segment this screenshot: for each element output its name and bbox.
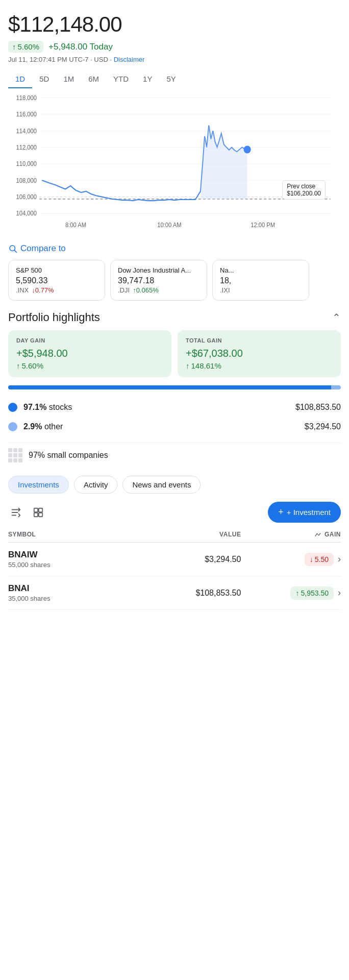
- compare-card-name: Dow Jones Industrial A...: [118, 266, 200, 274]
- portfolio-title: Portfolio highlights: [8, 311, 100, 324]
- sort-button[interactable]: [8, 505, 23, 520]
- total-gain-label: TOTAL GAIN: [186, 337, 333, 344]
- row-value: $3,294.50: [141, 555, 241, 564]
- svg-text:118,000: 118,000: [16, 95, 37, 101]
- tab-activity[interactable]: Activity: [74, 476, 118, 494]
- row-symbol: BNAIW: [8, 550, 141, 560]
- alloc-bar-other: [331, 385, 341, 389]
- compare-card-change: ↑0.065%: [133, 286, 159, 294]
- arrow-up-icon: ↑: [12, 42, 16, 51]
- gain-arrow: ↓: [310, 555, 313, 564]
- gain-badge: ↓ 5.50: [305, 553, 334, 566]
- compare-card-nasdaq[interactable]: Na... 18, .IXI: [212, 260, 309, 301]
- alloc-row-stocks[interactable]: 97.1% stocks $108,853.50: [8, 398, 341, 417]
- tab-1d[interactable]: 1D: [8, 70, 32, 88]
- other-label: 2.9% other: [23, 422, 63, 431]
- other-value: $3,294.50: [305, 422, 341, 431]
- stocks-value: $108,853.50: [295, 403, 341, 412]
- svg-text:114,000: 114,000: [16, 128, 37, 134]
- tab-ytd[interactable]: YTD: [106, 70, 136, 88]
- svg-rect-30: [39, 512, 42, 516]
- compare-card-name: Na...: [220, 266, 302, 274]
- svg-text:108,000: 108,000: [16, 177, 37, 183]
- alloc-bar-stocks: [8, 385, 331, 389]
- compare-to-button[interactable]: Compare to: [8, 243, 341, 254]
- compare-label-text: Compare to: [20, 243, 66, 254]
- gain-value: 5.50: [315, 555, 329, 564]
- prev-close-label: Prev close $106,200.00: [282, 180, 326, 200]
- allocation-rows: 97.1% stocks $108,853.50 2.9% other $3,2…: [8, 398, 341, 436]
- svg-text:106,000: 106,000: [16, 194, 37, 200]
- tab-1y[interactable]: 1Y: [136, 70, 159, 88]
- pct-change-badge: ↑ 5.60%: [8, 41, 43, 53]
- tab-1m[interactable]: 1M: [56, 70, 81, 88]
- svg-text:8:00 AM: 8:00 AM: [65, 222, 86, 228]
- price-chart[interactable]: 118,000 116,000 114,000 112,000 110,000 …: [8, 92, 341, 235]
- tab-5d[interactable]: 5D: [32, 70, 56, 88]
- svg-rect-27: [34, 508, 38, 511]
- small-companies-row[interactable]: 97% small companies: [8, 443, 341, 468]
- compare-card-name: S&P 500: [16, 266, 97, 274]
- svg-text:104,000: 104,000: [16, 210, 37, 216]
- total-gain-pct: ↑ 148.61%: [186, 361, 333, 370]
- day-gain-pct: ↑ 5.60%: [16, 361, 163, 370]
- compare-card-value: 5,590.33: [16, 276, 97, 285]
- sort-icon: [10, 507, 21, 518]
- compare-section: Compare to S&P 500 5,590.33 .INX ↓0.77% …: [8, 243, 341, 303]
- tab-5y[interactable]: 5Y: [159, 70, 183, 88]
- layout-icon: [33, 507, 44, 518]
- svg-point-18: [243, 145, 251, 153]
- col-value-header: VALUE: [141, 531, 241, 538]
- gain-sort-icon: [314, 532, 321, 537]
- price-main: $112,148.00: [8, 12, 341, 37]
- svg-line-23: [14, 250, 16, 252]
- tab-news-events[interactable]: News and events: [122, 476, 201, 494]
- total-gain-pct-value: 148.61%: [191, 361, 221, 370]
- add-investment-button[interactable]: + + Investment: [268, 502, 341, 523]
- compare-card-value: 18,: [220, 276, 302, 285]
- table-row-bnaiw[interactable]: BNAIW 55,000 shares $3,294.50 ↓ 5.50 ›: [8, 543, 341, 576]
- compare-card-ticker: .INX: [16, 286, 29, 294]
- day-gain-card: DAY GAIN +$5,948.00 ↑ 5.60%: [8, 330, 171, 377]
- compare-card-dji[interactable]: Dow Jones Industrial A... 39,747.18 .DJI…: [110, 260, 207, 301]
- layout-button[interactable]: [31, 505, 46, 520]
- grid-icon: [8, 448, 22, 462]
- compare-card-ticker: .DJI: [118, 286, 130, 294]
- tab-6m[interactable]: 6M: [81, 70, 106, 88]
- gain-value: 5,953.50: [301, 589, 329, 597]
- day-gain-amount: +$5,948.00: [16, 348, 163, 359]
- col-symbol-header: SYMBOL: [8, 531, 141, 538]
- svg-text:112,000: 112,000: [16, 144, 37, 151]
- gain-header-text: GAIN: [325, 531, 341, 538]
- stocks-dot: [8, 403, 17, 412]
- alloc-row-other[interactable]: 2.9% other $3,294.50: [8, 417, 341, 436]
- day-gain-pct-value: 5.60%: [22, 361, 44, 370]
- disclaimer-link[interactable]: Disclaimer: [114, 56, 145, 63]
- row-chevron: ›: [338, 587, 341, 598]
- tab-investments[interactable]: Investments: [8, 476, 69, 494]
- row-symbol: BNAI: [8, 583, 141, 594]
- table-row-bnai[interactable]: BNAI 35,000 shares $108,853.50 ↑ 5,953.5…: [8, 576, 341, 610]
- row-chevron: ›: [338, 554, 341, 565]
- row-gain-col: ↓ 5.50 ›: [241, 553, 341, 566]
- table-header: SYMBOL VALUE GAIN: [8, 528, 341, 543]
- row-gain-col: ↑ 5,953.50 ›: [241, 586, 341, 600]
- row-shares: 55,000 shares: [8, 561, 141, 569]
- small-companies-label: 97% small companies: [29, 451, 108, 460]
- timestamp: Jul 11, 12:07:41 PM UTC-7 · USD · Discla…: [8, 56, 341, 63]
- compare-card-value: 39,747.18: [118, 276, 200, 285]
- total-gain-card: TOTAL GAIN +$67,038.00 ↑ 148.61%: [178, 330, 341, 377]
- collapse-button[interactable]: ⌃: [332, 311, 341, 324]
- total-gain-amount: +$67,038.00: [186, 348, 333, 359]
- row-value: $108,853.50: [141, 589, 241, 598]
- svg-text:10:00 AM: 10:00 AM: [157, 222, 181, 228]
- add-investment-label: + Investment: [287, 508, 331, 517]
- compare-card-sp500[interactable]: S&P 500 5,590.33 .INX ↓0.77%: [8, 260, 105, 301]
- row-symbol-col: BNAI 35,000 shares: [8, 583, 141, 602]
- gain-badge: ↑ 5,953.50: [290, 586, 334, 600]
- today-change: +5,948.00 Today: [48, 42, 113, 52]
- svg-text:110,000: 110,000: [16, 161, 37, 167]
- investments-table: SYMBOL VALUE GAIN BNAIW 55,000 shares $3…: [8, 528, 341, 610]
- gain-arrow: ↑: [295, 589, 299, 597]
- col-gain-header: GAIN: [241, 531, 341, 538]
